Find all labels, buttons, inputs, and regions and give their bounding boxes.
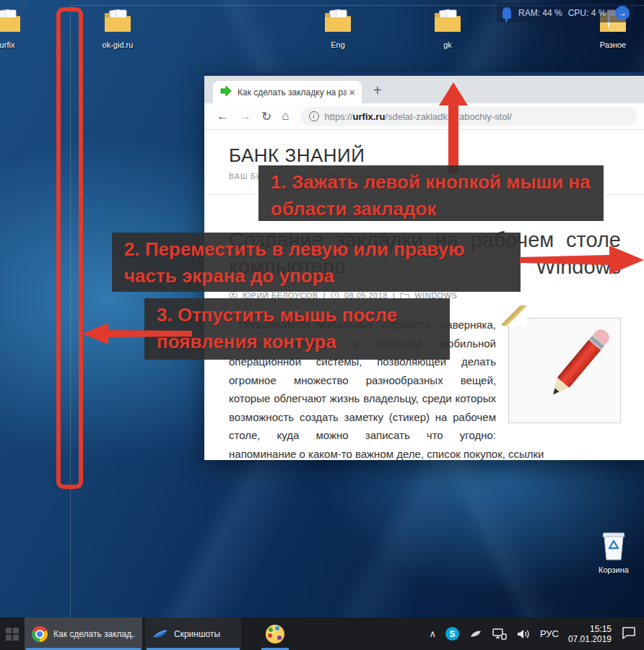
forward-button[interactable]: →	[239, 109, 251, 124]
taskbar-paint-app[interactable]	[260, 618, 290, 650]
taskbar: Как сделать заклад... Скриншоты ∧ S РУС …	[0, 618, 644, 650]
ram-value: RAM: 44 %	[518, 8, 562, 18]
folder-icon	[322, 7, 354, 39]
desktop: urfix ok-gid.ru Eng gk Разное RAM: 44 % …	[0, 0, 644, 650]
site-title[interactable]: БАНК ЗНАНИЙ	[229, 144, 644, 167]
clock[interactable]: 15:15 07.01.2019	[568, 624, 612, 644]
system-tray: ∧ S РУС 15:15 07.01.2019	[429, 618, 644, 650]
left-arrow	[82, 321, 192, 347]
performance-widget[interactable]: RAM: 44 % CPU: 4 % →	[497, 3, 634, 22]
desktop-icon-label: Eng	[310, 40, 365, 49]
time: 15:15	[568, 624, 612, 634]
skype-icon[interactable]: S	[445, 627, 459, 641]
desktop-icon-gk[interactable]: gk	[420, 7, 475, 49]
chrome-icon	[32, 626, 48, 642]
desktop-icon-label: urfix	[0, 40, 35, 49]
volume-icon[interactable]	[516, 628, 531, 641]
home-button[interactable]: ⌂	[282, 109, 289, 124]
browser-toolbar: ← → ↻ ⌂ i https://urfix.ru/sdelat-zaklad…	[204, 103, 644, 130]
tab-strip: Как сделать закладку на рабочи × +	[204, 76, 644, 103]
windows-logo-icon	[6, 628, 19, 641]
start-button[interactable]	[0, 618, 25, 650]
task-label: Как сделать заклад...	[53, 629, 135, 639]
right-arrow	[517, 243, 644, 277]
language-indicator[interactable]: РУС	[540, 628, 559, 639]
tab-close-icon[interactable]: ×	[347, 86, 357, 98]
tab-favicon-green-arrow-icon	[220, 85, 232, 100]
tab-title: Как сделать закладку на рабочи	[238, 87, 347, 98]
up-arrow	[438, 82, 469, 173]
taskbar-task-chrome[interactable]: Как сделать заклад...	[25, 618, 142, 650]
desktop-icon-urfix[interactable]: urfix	[0, 7, 35, 49]
browser-swoosh-icon[interactable]	[469, 627, 483, 641]
desktop-icon-label: gk	[420, 40, 475, 49]
desktop-icon-label: ok-gid.ru	[90, 40, 145, 49]
browser-tab[interactable]: Как сделать закладку на рабочи ×	[213, 81, 362, 103]
recycle-bin-icon	[597, 552, 630, 564]
page-info-icon[interactable]: i	[309, 111, 319, 121]
folder-icon	[102, 7, 134, 39]
recycle-bin[interactable]: Корзина	[591, 527, 637, 574]
back-button[interactable]: ←	[217, 109, 229, 124]
pin-icon	[502, 7, 511, 19]
desktop-icon-label: Разное	[586, 40, 640, 49]
palette-icon	[266, 625, 284, 644]
reload-button[interactable]: ↻	[261, 109, 271, 124]
url-text: https://urfix.ru/sdelat-zakladku-rabochi…	[325, 111, 512, 122]
tray-chevron-icon[interactable]: ∧	[429, 628, 436, 639]
screenshots-app-icon	[152, 626, 168, 642]
new-tab-button[interactable]: +	[369, 82, 386, 99]
annotation-step-2: 2. Переместить в левую или правую часть …	[112, 233, 521, 292]
desktop-icon-ok-gid[interactable]: ok-gid.ru	[90, 7, 145, 49]
annotation-step-1: 1. Зажать левой кнопкой мыши на области …	[258, 165, 604, 221]
taskbar-task-screenshots[interactable]: Скриншоты	[145, 618, 241, 650]
folder-icon	[0, 7, 23, 39]
recycle-bin-label: Корзина	[591, 566, 637, 574]
desktop-icon-eng[interactable]: Eng	[310, 7, 365, 49]
cpu-value: CPU: 4 %	[568, 8, 606, 18]
folder-icon	[432, 7, 464, 39]
article-image-frame[interactable]	[508, 318, 621, 423]
date: 07.01.2019	[568, 634, 612, 644]
task-label: Скриншоты	[174, 629, 220, 639]
network-icon[interactable]	[492, 628, 507, 641]
arrow-circle-icon[interactable]: →	[615, 6, 630, 20]
drop-zone-outline	[56, 7, 83, 489]
action-center-icon[interactable]	[621, 625, 637, 643]
